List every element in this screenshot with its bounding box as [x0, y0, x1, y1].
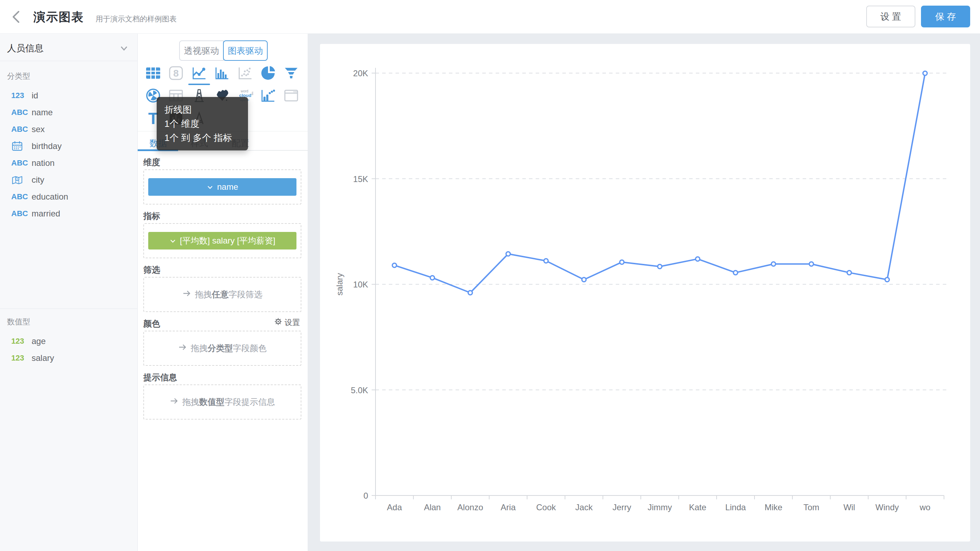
tooltip-info-placeholder: 拖拽数值型字段提示信息	[170, 397, 275, 408]
field-item-label: birthday	[32, 141, 62, 151]
svg-text:salary: salary	[335, 273, 344, 296]
svg-text:15K: 15K	[353, 174, 368, 184]
settings-button[interactable]: 设 置	[866, 6, 915, 27]
field-item-name[interactable]: ABCname	[0, 104, 137, 121]
color-settings-button[interactable]: 设置	[274, 317, 300, 328]
number-card-icon[interactable]: 8	[165, 62, 188, 84]
field-group-label: 数值型	[0, 317, 137, 327]
tooltip-line: 折线图	[164, 103, 240, 117]
builder-panel: 透视驱动图表驱动 8wordcloudagile BitagT 数据样式配置 维…	[138, 34, 308, 551]
svg-text:Ada: Ada	[387, 503, 402, 512]
dataset-name: 人员信息	[7, 42, 43, 54]
metric-drop-zone[interactable]: [平均数] salary [平均薪资]	[143, 223, 301, 258]
field-item-married[interactable]: ABCmarried	[0, 205, 137, 222]
chart-type-tooltip: 折线图1个 维度1个 到 多个 指标	[157, 97, 248, 150]
section-label-color: 颜色	[143, 318, 160, 329]
dot-bar-chart-icon[interactable]	[257, 84, 280, 107]
field-item-label: city	[32, 175, 44, 185]
header: 演示图表 用于演示文档的样例图表 设 置 保 存	[0, 0, 980, 34]
drag-arrow-icon	[182, 289, 191, 300]
svg-text:0: 0	[364, 491, 368, 500]
svg-text:Cook: Cook	[536, 503, 556, 512]
map-pin-icon	[11, 174, 32, 186]
line-chart-icon[interactable]	[188, 62, 211, 84]
bar-chart-icon[interactable]	[211, 62, 234, 84]
svg-text:20K: 20K	[353, 68, 368, 78]
page-subtitle: 用于演示文档的样例图表	[95, 14, 177, 24]
drag-arrow-icon	[178, 342, 187, 354]
field-item-label: age	[32, 336, 46, 346]
pie-chart-icon[interactable]	[257, 62, 280, 84]
svg-text:Aria: Aria	[501, 503, 515, 512]
field-item-education[interactable]: ABCeducation	[0, 188, 137, 205]
svg-text:wo: wo	[919, 503, 931, 512]
field-item-label: married	[32, 209, 60, 218]
svg-text:Kate: Kate	[689, 503, 706, 512]
field-item-id[interactable]: 123id	[0, 87, 137, 104]
line-chart: 05.0K10K15K20KAdaAlanAlonzoAriaCookJackJ…	[320, 44, 970, 541]
mode-tab-图表驱动[interactable]: 图表驱动	[223, 40, 268, 61]
field-item-label: education	[32, 192, 68, 202]
svg-text:Alonzo: Alonzo	[457, 503, 483, 512]
svg-text:Tom: Tom	[803, 503, 819, 512]
section-label-metric: 指标	[143, 210, 160, 222]
field-item-salary[interactable]: 123salary	[0, 350, 137, 366]
mode-tab-透视驱动[interactable]: 透视驱动	[179, 40, 224, 61]
iframe-chart-icon[interactable]	[280, 84, 303, 107]
svg-text:Wil: Wil	[843, 503, 855, 512]
chevron-down-icon	[169, 236, 176, 246]
filter-drop-zone[interactable]: 拖拽任意字段筛选	[143, 277, 301, 312]
section-label-dimension: 维度	[143, 157, 160, 168]
tooltip-line: 1个 到 多个 指标	[164, 131, 240, 145]
field-item-sex[interactable]: ABCsex	[0, 121, 137, 138]
field-item-nation[interactable]: ABCnation	[0, 154, 137, 172]
metric-pill[interactable]: [平均数] salary [平均薪资]	[148, 232, 296, 250]
dimension-drop-zone[interactable]: name	[143, 169, 301, 204]
table-chart-icon[interactable]	[142, 62, 165, 84]
field-item-city[interactable]: city	[0, 172, 137, 188]
color-drop-zone[interactable]: 拖拽分类型字段颜色	[143, 331, 301, 366]
save-button[interactable]: 保 存	[921, 6, 970, 27]
svg-text:Jimmy: Jimmy	[648, 503, 672, 512]
chevron-left-icon	[9, 9, 25, 25]
number-field-icon: 123	[11, 91, 32, 100]
field-item-label: name	[32, 108, 52, 117]
svg-text:Windy: Windy	[875, 503, 899, 512]
metric-pill-label: [平均数] salary [平均薪资]	[180, 235, 275, 246]
dataset-selector[interactable]: 人员信息	[0, 34, 137, 61]
svg-text:Alan: Alan	[424, 503, 441, 512]
svg-text:5.0K: 5.0K	[351, 385, 368, 395]
field-item-birthday[interactable]: birthday	[0, 138, 137, 154]
field-list: 123idABCnameABCsexbirthdayABCnationcityA…	[0, 87, 137, 222]
calendar-icon	[11, 140, 32, 152]
chart-editor-app: 演示图表 用于演示文档的样例图表 设 置 保 存 人员信息 分类型123idAB…	[0, 0, 980, 551]
svg-text:Jack: Jack	[575, 503, 593, 512]
back-button[interactable]	[9, 9, 25, 25]
dimension-pill-label: name	[217, 182, 238, 192]
field-groups: 分类型123idABCnameABCsexbirthdayABCnationci…	[0, 71, 137, 222]
field-item-label: id	[32, 91, 38, 100]
tooltip-info-drop-zone[interactable]: 拖拽数值型字段提示信息	[143, 384, 301, 420]
field-item-label: salary	[32, 353, 54, 363]
filter-placeholder: 拖拽任意字段筛选	[182, 289, 262, 300]
field-list: 123age123salary	[0, 333, 137, 366]
svg-text:Linda: Linda	[725, 503, 746, 512]
color-placeholder: 拖拽分类型字段颜色	[178, 342, 267, 354]
number-field-icon: 123	[11, 354, 32, 363]
svg-text:8: 8	[173, 68, 179, 79]
chevron-down-icon	[118, 43, 130, 56]
funnel-chart-icon[interactable]	[280, 62, 303, 84]
dimension-pill[interactable]: name	[148, 178, 296, 196]
svg-text:Jerry: Jerry	[612, 503, 631, 512]
chart-card: 05.0K10K15K20KAdaAlanAlonzoAriaCookJackJ…	[320, 44, 970, 541]
text-field-icon: ABC	[11, 192, 32, 201]
drag-arrow-icon	[170, 397, 179, 408]
field-sidebar: 人员信息 分类型123idABCnameABCsexbirthdayABCnat…	[0, 34, 138, 551]
scatter-chart-icon[interactable]	[234, 62, 257, 84]
text-field-icon: ABC	[11, 125, 32, 134]
page-title: 演示图表	[33, 9, 84, 25]
field-item-age[interactable]: 123age	[0, 333, 137, 350]
settings-action-label: 设置	[285, 317, 300, 328]
text-field-icon: ABC	[11, 108, 32, 117]
chevron-down-icon	[207, 182, 213, 192]
